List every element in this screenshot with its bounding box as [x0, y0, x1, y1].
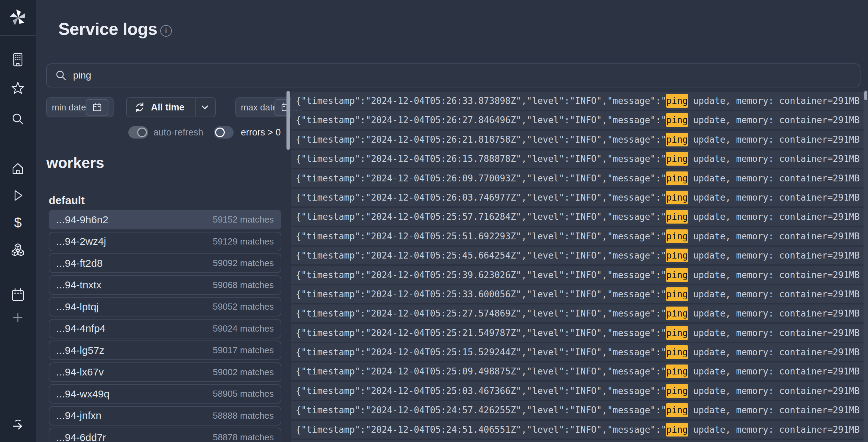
- log-row[interactable]: [291, 440, 864, 442]
- log-row[interactable]: {"timestamp":"2024-12-04T05:25:09.498875…: [291, 362, 864, 380]
- search-match-highlight: ping: [666, 365, 688, 378]
- log-row[interactable]: {"timestamp":"2024-12-04T05:26:15.788878…: [291, 150, 864, 168]
- log-row[interactable]: {"timestamp":"2024-12-04T05:24:57.426255…: [291, 401, 864, 419]
- log-text: update, memory: container=291MB: [688, 347, 860, 357]
- log-row[interactable]: {"timestamp":"2024-12-04T05:25:57.716284…: [291, 208, 864, 226]
- search-match-highlight: ping: [666, 113, 688, 127]
- worker-item[interactable]: ...94-jnfxn58888 matches: [49, 406, 281, 426]
- search-match-highlight: ping: [666, 268, 688, 282]
- calendar-icon: [92, 102, 103, 113]
- workers-scrollbar-thumb[interactable]: [286, 91, 290, 150]
- svg-text:$: $: [14, 215, 22, 230]
- sidebar-item-schedule[interactable]: [10, 287, 26, 303]
- worker-item[interactable]: ...94-wx49q58905 matches: [49, 384, 281, 404]
- sidebar-item-logout[interactable]: [10, 417, 26, 433]
- log-row[interactable]: {"timestamp":"2024-12-04T05:25:15.529244…: [291, 343, 864, 361]
- log-text: update, memory: container=291MB: [688, 289, 860, 299]
- time-range-label: All time: [151, 102, 185, 113]
- sidebar-item-search[interactable]: [10, 111, 26, 127]
- sidebar-item-organization[interactable]: [10, 52, 26, 68]
- worker-list: ...94-9h6n259152 matches...94-2wz4j59129…: [49, 210, 281, 442]
- log-text: update, memory: container=291MB: [688, 425, 860, 435]
- worker-item[interactable]: ...94-ft2d859092 matches: [49, 253, 281, 273]
- log-text: {"timestamp":"2024-12-04T05:26:33.873898…: [296, 96, 666, 106]
- log-text: {"timestamp":"2024-12-04T05:25:45.664254…: [296, 250, 666, 261]
- log-text: {"timestamp":"2024-12-04T05:26:03.746977…: [296, 192, 666, 203]
- log-scrollbar-track[interactable]: [864, 90, 868, 442]
- log-row[interactable]: {"timestamp":"2024-12-04T05:24:51.406551…: [291, 421, 864, 439]
- search-bar[interactable]: [46, 63, 860, 87]
- play-icon: [10, 188, 26, 203]
- log-row[interactable]: {"timestamp":"2024-12-04T05:25:39.623026…: [291, 266, 864, 284]
- max-date-input[interactable]: [241, 102, 276, 113]
- search-match-highlight: ping: [666, 249, 688, 262]
- worker-match-count: 59017 matches: [213, 345, 274, 356]
- log-text: update, memory: container=291MB: [688, 212, 860, 222]
- log-text: update, memory: container=291MB: [688, 173, 860, 183]
- errors-filter-toggle[interactable]: [214, 126, 234, 139]
- cubes-icon: [10, 242, 26, 258]
- worker-id: ...94-9h6n2: [56, 214, 108, 226]
- log-text: update, memory: container=291MB: [688, 154, 860, 164]
- worker-match-count: 59052 matches: [213, 301, 274, 312]
- time-range-button[interactable]: All time: [126, 97, 216, 117]
- log-text: update, memory: container=291MB: [688, 270, 860, 280]
- worker-item[interactable]: ...94-lg57z59017 matches: [49, 341, 281, 360]
- app-logo[interactable]: [9, 8, 27, 27]
- worker-id: ...94-lx67v: [56, 366, 104, 378]
- info-icon[interactable]: i: [160, 25, 172, 37]
- log-row[interactable]: {"timestamp":"2024-12-04T05:26:09.770093…: [291, 169, 864, 187]
- log-row[interactable]: {"timestamp":"2024-12-04T05:25:21.549787…: [291, 324, 864, 342]
- worker-id: ...94-6dd7r: [56, 432, 106, 442]
- sidebar-item-runs[interactable]: [10, 188, 26, 203]
- refresh-icon: [134, 102, 145, 113]
- toggle-knob: [137, 128, 147, 137]
- worker-id: ...94-lptqj: [56, 301, 98, 313]
- worker-match-count: 59152 matches: [213, 214, 274, 225]
- worker-id: ...94-lg57z: [56, 345, 104, 356]
- sidebar-item-resources[interactable]: [10, 242, 26, 258]
- log-row[interactable]: {"timestamp":"2024-12-04T05:26:03.746977…: [291, 189, 864, 206]
- chevron-down-icon: [199, 101, 211, 113]
- log-row[interactable]: {"timestamp":"2024-12-04T05:25:45.664254…: [291, 247, 864, 264]
- worker-item[interactable]: ...94-4nfp459024 matches: [49, 319, 281, 338]
- auto-refresh-toggle[interactable]: [128, 126, 148, 139]
- min-date-field[interactable]: [46, 97, 114, 117]
- log-scrollbar-thumb[interactable]: [864, 91, 867, 100]
- min-date-calendar-button[interactable]: [86, 99, 108, 116]
- sidebar-item-home[interactable]: [10, 161, 26, 177]
- sidebar-item-add[interactable]: [10, 310, 26, 325]
- log-row[interactable]: {"timestamp":"2024-12-04T05:26:33.873898…: [291, 92, 864, 110]
- log-row[interactable]: {"timestamp":"2024-12-04T05:25:33.600056…: [291, 285, 864, 303]
- worker-item[interactable]: ...94-tnxtx59068 matches: [49, 275, 281, 295]
- log-row[interactable]: {"timestamp":"2024-12-04T05:25:03.467366…: [291, 382, 864, 400]
- worker-id: ...94-4nfp4: [56, 323, 105, 334]
- worker-item[interactable]: ...94-9h6n259152 matches: [49, 210, 281, 229]
- sidebar-item-billing[interactable]: $: [10, 215, 26, 230]
- worker-id: ...94-ft2d8: [56, 258, 103, 269]
- log-row[interactable]: {"timestamp":"2024-12-04T05:25:51.692293…: [291, 227, 864, 245]
- sidebar-item-favorites[interactable]: [10, 81, 26, 96]
- worker-item[interactable]: ...94-lptqj59052 matches: [49, 297, 281, 316]
- worker-match-count: 59002 matches: [213, 367, 274, 378]
- log-list: {"timestamp":"2024-12-04T05:26:33.873898…: [291, 92, 864, 442]
- search-input[interactable]: [73, 70, 828, 81]
- search-match-highlight: ping: [666, 423, 688, 437]
- log-text: update, memory: container=291MB: [688, 308, 860, 319]
- log-text: update, memory: container=291MB: [688, 231, 860, 241]
- worker-item[interactable]: ...94-2wz4j59129 matches: [49, 232, 281, 251]
- log-text: {"timestamp":"2024-12-04T05:25:27.574869…: [296, 308, 666, 319]
- log-row[interactable]: {"timestamp":"2024-12-04T05:26:21.818758…: [291, 131, 864, 148]
- log-row[interactable]: {"timestamp":"2024-12-04T05:25:27.574869…: [291, 304, 864, 322]
- building-icon: [10, 52, 26, 68]
- worker-item[interactable]: ...94-6dd7r58878 matches: [49, 428, 281, 442]
- search-match-highlight: ping: [666, 287, 688, 301]
- min-date-input[interactable]: [52, 102, 87, 113]
- workers-group-heading: default: [49, 194, 85, 207]
- log-row[interactable]: {"timestamp":"2024-12-04T05:26:27.846496…: [291, 111, 864, 129]
- worker-item[interactable]: ...94-lx67v59002 matches: [49, 362, 281, 382]
- log-text: update, memory: container=291MB: [688, 386, 860, 396]
- worker-id: ...94-jnfxn: [56, 410, 102, 421]
- pinwheel-logo-icon: [9, 8, 27, 27]
- time-range-chevron-button[interactable]: [194, 98, 215, 117]
